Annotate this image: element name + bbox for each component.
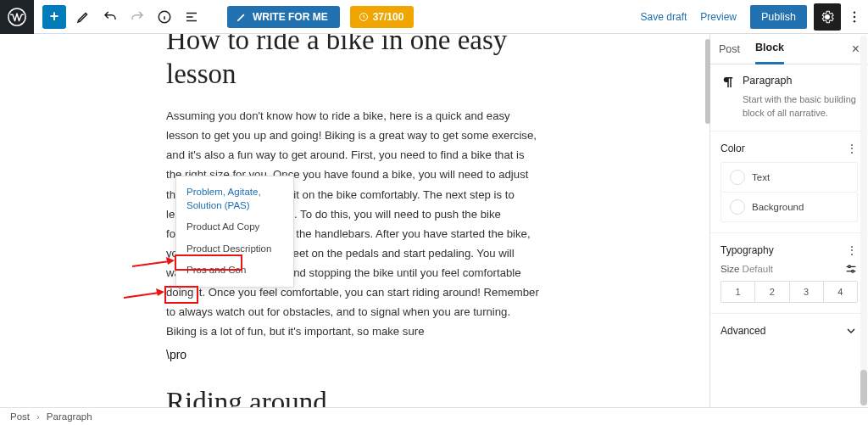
autocomplete-item-description[interactable]: Product Description (176, 238, 293, 260)
color-panel: Color ⋮ Text Background (710, 131, 868, 233)
svg-line-8 (124, 293, 159, 298)
top-toolbar: + WRITE FOR ME 37/100 Save draft Preview… (0, 0, 868, 34)
background-color-row[interactable]: Background (721, 193, 858, 222)
size-preset-1[interactable]: 1 (721, 282, 755, 302)
credits-button[interactable]: 37/100 (350, 6, 415, 28)
sidebar-tabs: Post Block × (710, 34, 868, 64)
info-icon[interactable] (154, 3, 175, 31)
background-color-swatch (730, 199, 745, 215)
breadcrumb-leaf[interactable]: Paragraph (47, 411, 92, 422)
annotation-arrow-2 (124, 285, 164, 304)
svg-point-5 (854, 20, 855, 22)
breadcrumb-separator: › (36, 411, 40, 422)
undo-icon[interactable] (100, 3, 120, 31)
settings-sidebar: Post Block × Paragraph Start with the ba… (709, 34, 868, 407)
autocomplete-popup: Problem, Agitate, Solution (PAS) Product… (175, 176, 294, 288)
color-options-icon[interactable]: ⋮ (846, 142, 858, 155)
block-type-label: Paragraph (743, 75, 792, 87)
size-settings-icon[interactable] (844, 262, 858, 276)
autocomplete-item-pros-con[interactable]: Pros and Con (176, 260, 293, 282)
svg-point-11 (852, 270, 854, 272)
page-scrollbar[interactable] (860, 34, 868, 407)
editor-canvas[interactable]: How to ride a bike in one easy lesson As… (0, 34, 709, 407)
svg-point-4 (854, 15, 855, 17)
color-title: Color (721, 143, 745, 154)
size-preset-2[interactable]: 2 (755, 282, 789, 302)
typography-panel: Typography ⋮ Size Default 1 2 3 4 (710, 233, 868, 314)
edit-mode-icon[interactable] (73, 3, 93, 31)
post-title[interactable]: How to ride a bike in one easy lesson (166, 34, 539, 91)
outline-icon[interactable] (181, 3, 202, 31)
save-draft-link[interactable]: Save draft (641, 11, 687, 23)
breadcrumb-root[interactable]: Post (10, 411, 30, 422)
block-type-panel: Paragraph Start with the basic building … (710, 64, 868, 131)
autocomplete-item-pas[interactable]: Problem, Agitate, Solution (PAS) (176, 182, 293, 216)
size-preset-3[interactable]: 3 (790, 282, 824, 302)
svg-point-0 (8, 8, 25, 25)
size-presets: 1 2 3 4 (721, 281, 858, 303)
svg-marker-9 (156, 288, 164, 296)
block-type-description: Start with the basic building block of a… (743, 93, 858, 120)
svg-line-6 (132, 261, 170, 266)
tab-block[interactable]: Block (755, 34, 784, 64)
paragraph-icon (721, 75, 736, 90)
slash-command-text[interactable]: \pro (166, 348, 186, 361)
autocomplete-item-ad-copy[interactable]: Product Ad Copy (176, 216, 293, 238)
publish-button[interactable]: Publish (750, 5, 807, 29)
credits-label: 37/100 (373, 11, 404, 23)
wordpress-logo[interactable] (0, 0, 34, 34)
svg-point-3 (854, 11, 855, 13)
breadcrumb: Post › Paragraph (0, 407, 868, 425)
chevron-down-icon (844, 324, 858, 338)
write-for-me-label: WRITE FOR ME (253, 11, 328, 23)
settings-gear-button[interactable] (814, 3, 841, 31)
text-color-swatch (730, 170, 745, 185)
advanced-label: Advanced (721, 325, 765, 337)
tab-post[interactable]: Post (719, 34, 740, 64)
sidebar-close-icon[interactable]: × (852, 42, 860, 57)
advanced-panel-toggle[interactable]: Advanced (710, 314, 868, 348)
redo-icon[interactable] (127, 3, 147, 31)
text-color-row[interactable]: Text (721, 162, 858, 193)
text-color-label: Text (752, 172, 770, 182)
write-for-me-button[interactable]: WRITE FOR ME (227, 6, 340, 28)
size-value: Default (743, 264, 773, 274)
preview-link[interactable]: Preview (700, 11, 737, 23)
more-menu-button[interactable] (846, 3, 863, 31)
add-block-button[interactable]: + (42, 5, 66, 29)
background-color-label: Background (752, 202, 804, 212)
typography-title: Typography (721, 244, 774, 256)
svg-point-10 (849, 266, 851, 268)
size-label: Size (721, 264, 739, 274)
size-preset-4[interactable]: 4 (824, 282, 857, 302)
typography-options-icon[interactable]: ⋮ (846, 243, 858, 257)
heading-block[interactable]: Riding around (166, 386, 539, 407)
sidebar-scrollbar[interactable] (705, 39, 710, 124)
